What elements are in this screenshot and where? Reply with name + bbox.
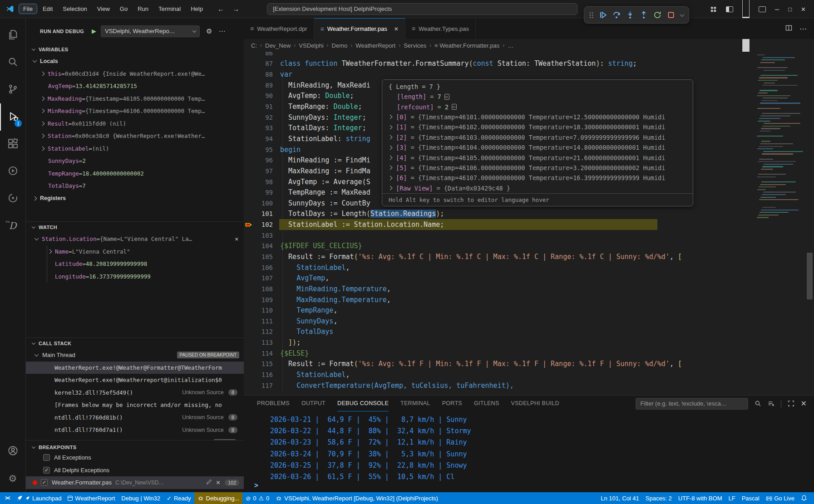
breakpoint-checkbox[interactable]: ✓ xyxy=(43,467,50,474)
code-line-111[interactable]: 111 SunnyDays, xyxy=(244,316,814,327)
variable-row[interactable]: AvgTemp = 13.414285714285715 xyxy=(26,80,244,93)
configure-gear-icon[interactable]: ⚙ xyxy=(206,27,212,35)
code-line-117[interactable]: 117 ConvertTemperature(AvgTemp, tuCelsiu… xyxy=(244,380,814,391)
watch-child-row[interactable]: Latitude = 48.208199999999998 xyxy=(47,258,244,270)
watch-child-row[interactable]: Longitude = 16.373799999999999 xyxy=(47,270,244,283)
code-line-104[interactable]: 104{$IFDEF USE_CELCIUS} xyxy=(244,241,814,252)
code-line-113[interactable]: 113 ]); xyxy=(244,337,814,348)
breadcrumb-item[interactable]: Services xyxy=(404,42,426,49)
activitybar-source-control[interactable] xyxy=(0,76,25,103)
breadcrumb-item[interactable]: Dev_New xyxy=(265,42,291,49)
code-line-109[interactable]: 109 MaxReading.Temperature, xyxy=(244,294,814,305)
variable-row[interactable]: SunnyDays = 2 xyxy=(26,155,244,167)
code-line-110[interactable]: 110 TempRange, xyxy=(244,305,814,316)
breakpoint-row[interactable]: All Exceptions xyxy=(26,451,244,464)
build-config-item[interactable]: Debug | Win32 xyxy=(118,492,163,504)
variable-row[interactable]: this = 0x00cd31d4 {Inside WeatherReport.… xyxy=(26,68,244,80)
hover-row[interactable]: [2] = {Timestamp=46103.000000000000 Temp… xyxy=(382,132,693,142)
maximize-panel-icon[interactable] xyxy=(788,400,794,407)
breakpoints-header[interactable]: BREAKPOINTS xyxy=(26,440,244,451)
code-line-106[interactable]: 106 StationLabel, xyxy=(244,262,814,273)
problems-item[interactable]: ⊘ 0 ⚠ 0 xyxy=(242,492,272,504)
tab-WeatherReport.dpr[interactable]: ≡WeatherReport.dpr xyxy=(244,18,314,39)
debug-config-select[interactable]: VSDelphi, WeatherRepo… xyxy=(101,25,200,37)
debug-session-item[interactable]: VSDelphi, WeatherReport [Debug, Win32] (… xyxy=(272,492,441,504)
breakpoint-checkbox[interactable] xyxy=(43,454,50,461)
menu-edit[interactable]: Edit xyxy=(38,4,57,14)
restart-button[interactable] xyxy=(653,11,661,19)
status-ln-101-col-41[interactable]: Ln 101, Col 41 xyxy=(597,492,642,504)
project-item[interactable]: WeatherReport xyxy=(64,492,118,504)
breakpoint-checkbox[interactable]: ✓ xyxy=(41,479,48,486)
activitybar-tool[interactable] xyxy=(0,185,25,212)
registers-group[interactable]: Registers xyxy=(26,192,244,205)
locals-group[interactable]: Locals xyxy=(26,55,244,68)
panel-tab-terminal[interactable]: TERMINAL xyxy=(400,396,430,411)
split-editor-icon[interactable] xyxy=(785,24,792,33)
thread-row[interactable]: Main ThreadPAUSED ON BREAKPOINT xyxy=(26,349,244,362)
breakpoint-row[interactable]: ✓Weather.Formatter.pasC:\Dev_New\VSD…✕10… xyxy=(26,476,244,489)
code-editor[interactable]: 8687class function TWeatherFormatter.For… xyxy=(244,52,814,395)
continue-button[interactable] xyxy=(599,11,607,19)
menu-file[interactable]: File xyxy=(19,4,37,14)
stack-frame[interactable]: WeatherReport.exe!@Weather@Formatter@TWe… xyxy=(26,362,244,374)
breadcrumb-item[interactable]: Demo xyxy=(332,42,348,49)
close-tab-icon[interactable]: ✕ xyxy=(394,26,399,32)
debug-console-output[interactable]: 2026-03-21 | 64,9 F | 45% | 8,7 km/h | S… xyxy=(244,411,814,492)
step-over-button[interactable] xyxy=(612,11,621,19)
hover-row[interactable]: [length] = 701 xyxy=(382,92,693,102)
step-into-button[interactable] xyxy=(626,11,634,19)
editor-scrollbar[interactable] xyxy=(807,253,813,299)
toolbar-more-icon[interactable] xyxy=(680,12,685,17)
code-line-87[interactable]: 87class function TWeatherFormatter.Forma… xyxy=(244,59,814,69)
activitybar-explorer[interactable] xyxy=(0,22,25,49)
hover-row[interactable]: [0] = {Timestamp=46101.000000000000 Temp… xyxy=(382,112,693,122)
stack-frame[interactable]: ntdll.dll!thread…PAUSED xyxy=(26,436,244,440)
stack-frame[interactable]: ntdll.dll!7760d7a1()Unknown Source0 xyxy=(26,424,244,436)
panel-tab-ports[interactable]: PORTS xyxy=(442,396,462,411)
variable-row[interactable]: Result = 0x0115fdd0 (nil) xyxy=(26,117,244,130)
variable-row[interactable]: TotalDays = 7 xyxy=(26,180,244,192)
menu-run[interactable]: Run xyxy=(133,4,153,14)
stop-button[interactable] xyxy=(667,11,675,19)
hover-row[interactable]: [3] = {Timestamp=46104.000000000000 Temp… xyxy=(382,142,693,152)
hover-row[interactable]: [6] = {Timestamp=46107.000000000000 Temp… xyxy=(382,173,693,183)
breadcrumb-item[interactable]: WeatherReport xyxy=(355,42,395,49)
menu-view[interactable]: View xyxy=(93,4,114,14)
code-line-105[interactable]: 105 Result := Format('%s: Avg: %.1f C | … xyxy=(244,251,814,262)
remove-watch-icon[interactable]: ✕ xyxy=(235,235,238,242)
breadcrumb-item[interactable]: … xyxy=(508,42,513,49)
breadcrumb-item[interactable]: VSDelphi xyxy=(299,42,323,49)
call-stack-header[interactable]: CALL STACK xyxy=(26,338,244,349)
toggle-sidebar-icon[interactable] xyxy=(726,6,733,12)
status-utf-8-with-bom[interactable]: UTF-8 with BOM xyxy=(675,492,725,504)
breadcrumb-item[interactable]: ≡ Weather.Formatter.pas xyxy=(434,42,499,49)
variable-row[interactable]: MinReading = {Timestamp=46106.0000000000… xyxy=(26,105,244,117)
back-icon[interactable]: ← xyxy=(217,5,224,13)
menu-selection[interactable]: Selection xyxy=(58,4,91,14)
remove-breakpoint-icon[interactable]: ✕ xyxy=(216,480,220,486)
step-out-button[interactable] xyxy=(640,11,648,19)
code-line-112[interactable]: 112 TotalDays xyxy=(244,327,814,338)
activitybar-extensions[interactable] xyxy=(0,131,25,158)
stack-frame[interactable]: ntdll.dll!7760d81b()Unknown Source0 xyxy=(26,411,244,424)
code-line-103[interactable]: 103 xyxy=(244,230,814,241)
code-line-102[interactable]: 102 StationLabel := Station.Location.Nam… xyxy=(244,219,814,230)
variables-header[interactable]: VARIABLES xyxy=(26,44,244,55)
console-prompt[interactable]: > xyxy=(254,481,258,489)
hover-row[interactable]: [1] = {Timestamp=46102.000000000000 Temp… xyxy=(382,122,693,132)
panel-tab-output[interactable]: OUTPUT xyxy=(301,396,326,411)
code-line-115[interactable]: 115 Result := Format('%s: Avg: %.1f F | … xyxy=(244,359,814,370)
debugging-item[interactable]: Debugging... xyxy=(194,492,243,504)
console-filter-input[interactable] xyxy=(636,398,748,410)
editor-more-icon[interactable]: ⋯ xyxy=(799,24,807,33)
toggle-secondary-sidebar-icon[interactable] xyxy=(759,6,766,12)
close-button[interactable]: ✕ xyxy=(801,6,806,13)
close-panel-icon[interactable]: ✕ xyxy=(801,399,807,408)
status-go-live[interactable]: ((•)) Go Live xyxy=(763,492,798,504)
variable-row[interactable]: StationLabel = (nil) xyxy=(26,142,244,155)
activitybar-vsdelphi[interactable]: vsD xyxy=(0,212,25,240)
code-line-86[interactable]: 86 xyxy=(244,52,814,59)
breakpoint-row[interactable]: ✓All Delphi Exceptions xyxy=(26,464,244,477)
minimize-button[interactable]: ─ xyxy=(775,6,779,13)
